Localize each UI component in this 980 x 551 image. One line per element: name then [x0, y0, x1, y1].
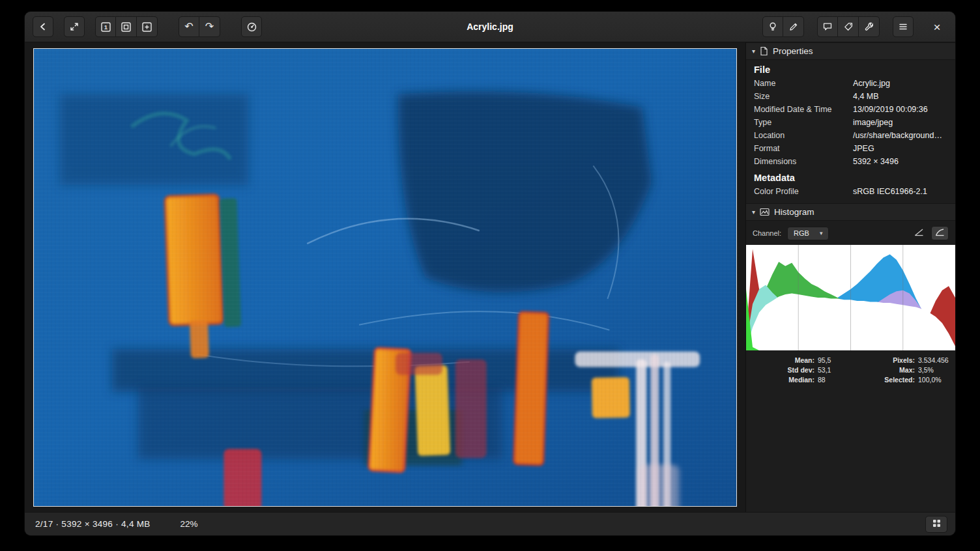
histogram-section-header[interactable]: ▾ Histogram — [746, 203, 955, 221]
back-button[interactable] — [33, 16, 53, 37]
property-label: Location — [754, 130, 853, 141]
edit-file-button[interactable] — [783, 16, 804, 37]
channel-label: Channel: — [753, 229, 781, 237]
metadata-heading: Metadata — [746, 168, 955, 185]
property-row: Type image/jpeg — [746, 116, 955, 129]
tools-button-group — [762, 16, 804, 37]
stat-value: 95,5 — [818, 356, 858, 364]
tools-wrench-button[interactable] — [859, 16, 880, 37]
fullscreen-button[interactable] — [64, 16, 85, 37]
channel-select[interactable]: RGB ▾ — [787, 227, 829, 240]
zoom-original-icon: 1 — [100, 21, 111, 33]
channel-row: Channel: RGB ▾ — [746, 221, 955, 245]
property-value: /usr/share/background… — [853, 130, 955, 141]
property-label: Name — [754, 78, 853, 89]
property-row: Location /usr/share/background… — [746, 129, 955, 142]
property-row: Format JPEG — [746, 142, 955, 155]
stat-label: Median: — [755, 376, 818, 384]
thumbnails-grid-icon — [932, 519, 941, 530]
properties-section-label: Properties — [773, 46, 813, 56]
stat-label: Std dev: — [755, 366, 818, 374]
painting-image — [34, 49, 736, 506]
stat-label: Max: — [858, 366, 918, 374]
chevron-down-icon: ▾ — [752, 208, 755, 216]
menu-button[interactable] — [893, 16, 914, 37]
wrench-icon — [864, 21, 874, 32]
chevron-down-icon: ▾ — [752, 48, 755, 55]
log-histogram-icon — [935, 227, 945, 239]
rotate-left-icon: ↶ — [184, 21, 193, 32]
chevron-down-icon: ▾ — [820, 230, 823, 236]
image-canvas[interactable] — [33, 48, 737, 507]
properties-sidebar: ▾ Properties File Name Acrylic.jpg Size … — [745, 42, 955, 512]
property-label: Modified Date & Time — [754, 104, 853, 115]
property-label: Dimensions — [754, 156, 853, 167]
property-label: Format — [754, 143, 853, 154]
property-row: Dimensions 5392 × 3496 — [746, 155, 955, 168]
histogram-stats: Mean: 95,5 Pixels: 3.534.456 Std dev: 53… — [746, 350, 955, 384]
content-area: ▾ Properties File Name Acrylic.jpg Size … — [25, 42, 955, 512]
desktop: Acrylic.jpg 1 — [0, 0, 980, 551]
document-icon — [760, 46, 768, 56]
tags-button[interactable] — [838, 16, 859, 37]
property-value: Acrylic.jpg — [853, 78, 955, 89]
tag-icon — [843, 21, 854, 32]
svg-text:1: 1 — [104, 23, 108, 31]
stat-value: 3.534.456 — [918, 356, 955, 364]
comment-button[interactable] — [817, 16, 838, 37]
property-row: Name Acrylic.jpg — [746, 77, 955, 90]
property-value: 5392 × 3496 — [853, 156, 955, 167]
rotate-left-button[interactable]: ↶ — [179, 16, 199, 37]
rotate-right-icon: ↷ — [205, 21, 214, 32]
linear-scale-button[interactable] — [910, 226, 928, 240]
property-value: JPEG — [853, 143, 955, 154]
zoom-original-button[interactable]: 1 — [95, 16, 116, 37]
show-thumbnails-button[interactable] — [925, 516, 947, 533]
annotate-button-group — [817, 16, 880, 37]
file-heading: File — [746, 60, 955, 77]
property-value: image/jpeg — [853, 117, 955, 128]
stat-label: Mean: — [755, 356, 818, 364]
zoom-in-icon — [141, 21, 152, 33]
image-icon — [760, 208, 770, 216]
headerbar-right: × — [762, 16, 947, 37]
image-tools-button[interactable] — [762, 16, 783, 37]
property-row: Size 4,4 MB — [746, 90, 955, 103]
close-icon: × — [933, 21, 940, 33]
scale-buttons — [910, 226, 949, 240]
stat-value: 53,1 — [818, 366, 858, 374]
property-value: 4,4 MB — [853, 91, 955, 102]
properties-section-header[interactable]: ▾ Properties — [746, 42, 955, 60]
rotate-right-button[interactable]: ↷ — [199, 16, 220, 37]
status-zoom-level: 22% — [180, 519, 198, 529]
lightbulb-icon — [768, 21, 778, 32]
hamburger-menu-icon — [898, 21, 908, 32]
status-summary: 2/17 · 5392 × 3496 · 4,4 MB — [35, 519, 151, 529]
brush-icon — [788, 21, 799, 32]
comment-icon — [822, 21, 833, 32]
image-viewer-window: Acrylic.jpg 1 — [25, 12, 955, 535]
slideshow-button[interactable] — [241, 16, 262, 37]
slideshow-icon — [246, 21, 257, 33]
zoom-button-group: 1 — [95, 16, 158, 37]
property-label: Type — [754, 117, 853, 128]
property-label: Size — [754, 91, 853, 102]
close-button[interactable]: × — [927, 16, 947, 37]
histogram-section-label: Histogram — [774, 207, 814, 217]
zoom-fit-button[interactable] — [116, 16, 137, 37]
property-row: Color Profile sRGB IEC61966-2.1 — [746, 185, 955, 198]
rotate-button-group: ↶ ↷ — [179, 16, 220, 37]
property-value: sRGB IEC61966-2.1 — [853, 186, 955, 197]
fullscreen-icon — [69, 21, 79, 32]
stat-value: 3,5% — [918, 366, 955, 374]
zoom-in-button[interactable] — [137, 16, 158, 37]
headerbar: Acrylic.jpg 1 — [25, 12, 955, 42]
channel-select-value: RGB — [794, 229, 809, 237]
back-icon — [38, 21, 48, 32]
log-scale-button[interactable] — [931, 226, 949, 240]
histogram-chart — [746, 245, 955, 350]
property-value: 13/09/2019 00:09:36 — [853, 104, 955, 115]
stat-label: Pixels: — [858, 356, 918, 364]
stat-label: Selected: — [858, 376, 918, 384]
stat-value: 88 — [818, 376, 858, 384]
